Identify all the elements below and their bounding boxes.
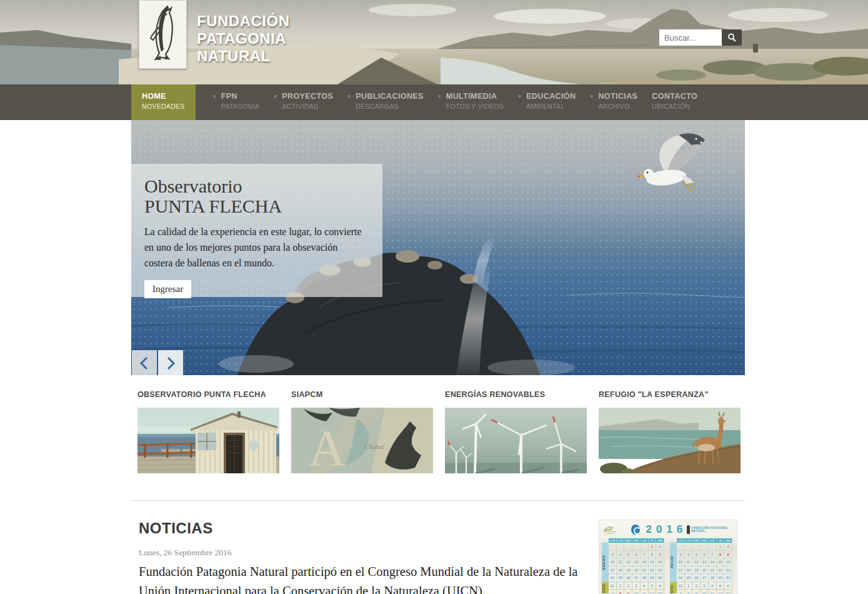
nav-item-sublabel: AMBIENTAL (526, 103, 576, 110)
calendar-column: DOMLUNMARMIEJUEVIESABJULIO12345678910111… (670, 538, 732, 594)
chevron-left-icon (137, 355, 151, 372)
nav-item-label: CONTACTO (652, 92, 697, 101)
calendar-column: DOMLUNMARMIEJUEVIESABENERO12345678910111… (602, 538, 664, 594)
chevron-down-icon: ▾ (518, 93, 526, 100)
nav-item-publicaciones[interactable]: ▾ PUBLICACIONES DESCARGAS (347, 84, 424, 120)
nav-item-educaci-n[interactable]: ▾ EDUCACIÓN AMBIENTAL (518, 84, 576, 120)
feature-card-refugio: REFUGIO "LA ESPERANZA" (599, 390, 741, 473)
page: FUNDACIÓN PATAGONIA NATURAL ▾ HOME NOVED… (0, 0, 868, 594)
penguin-logo-icon (147, 6, 179, 63)
nav-item-home[interactable]: ▾ HOME NOVEDADES (131, 84, 196, 120)
guanaco-photo[interactable] (599, 408, 741, 473)
feature-title: REFUGIO "LA ESPERANZA" (599, 390, 741, 399)
nav-item-noticias[interactable]: ▾ NOTICIAS ARCHIVO (590, 84, 637, 120)
nav-item-fpn[interactable]: ▾ FPN PATAGONIA (213, 84, 260, 120)
feature-title: OBSERVATORIO PUNTA FLECHA (137, 390, 279, 399)
calendar-swirl-logo-icon (631, 525, 639, 535)
nav-item-label: HOME (142, 92, 166, 101)
nav-item-label: NOTICIAS (598, 92, 637, 101)
main-nav-items: ▾ HOME NOVEDADES ▾ FPN PATAGONIA ▾ PROYE… (131, 84, 745, 120)
calendar-month-julio: JULIO12345678910111213141516171819202122… (670, 543, 732, 582)
site-title-line: NATURAL (197, 48, 290, 65)
calendar-grids: DOMLUNMARMIEJUEVIESABENERO12345678910111… (599, 537, 737, 594)
nav-item-label: FPN (221, 92, 237, 101)
site-header: FUNDACIÓN PATAGONIA NATURAL (0, 0, 868, 84)
features-row: OBSERVATORIO PUNTA FLECHA (131, 390, 745, 473)
calendar-fpn-logo-text: FUNDACIÓN PATAGONIA NATURAL. (691, 526, 734, 533)
site-title-line: FUNDACIÓN (197, 13, 290, 30)
slider-prev-button[interactable] (132, 350, 157, 375)
hero-title-line2: PUNTA FLECHA (144, 196, 369, 216)
site-title: FUNDACIÓN PATAGONIA NATURAL (197, 13, 290, 65)
chevron-down-icon: ▾ (213, 93, 221, 100)
observatory-photo[interactable] (137, 408, 279, 473)
calendar-left-logo-icon (602, 523, 617, 536)
hero-slider: Observatorio PUNTA FLECHA La calidad de … (131, 120, 745, 375)
nav-item-sublabel: FOTOS Y VIDEOS (446, 103, 504, 110)
calendar-fpn-logo: FUNDACIÓN PATAGONIA NATURAL. (687, 525, 734, 534)
feature-card-energias: ENERGÍAS RENOVABLES (445, 390, 587, 473)
nav-item-label: PROYECTOS (282, 92, 333, 101)
feature-title: SIAPCM (291, 390, 433, 399)
search-button[interactable] (722, 29, 742, 46)
news-section: NOTICIAS Lunes, 26 Septiembre 2016 Funda… (131, 501, 745, 594)
hero-title: Observatorio PUNTA FLECHA (144, 176, 369, 216)
calendar-month-agosto: AGOSTO311234567891011121314151617181920 (670, 582, 732, 594)
chevron-down-icon: ▾ (274, 93, 282, 100)
hero-description: La calidad de la experiencia en este lug… (144, 224, 368, 271)
ingresar-button[interactable]: Ingresar (144, 280, 191, 298)
nav-item-label: MULTIMEDIA (446, 92, 497, 101)
search-box (659, 29, 742, 46)
magnifier-icon (727, 33, 737, 43)
logo[interactable] (139, 0, 187, 69)
nav-item-sublabel: DESCARGAS (356, 103, 424, 110)
calendar-month-febrero: FEBRERO311234567891011121314151617181920 (602, 582, 664, 594)
news-headline[interactable]: Fundación Patagonia Natural participó en… (139, 562, 586, 594)
chevron-down-icon: ▾ (590, 93, 598, 100)
nav-item-multimedia[interactable]: ▾ MULTIMEDIA FOTOS Y VIDEOS (438, 84, 504, 120)
slider-next-button[interactable] (158, 350, 183, 375)
calendar-header: 2016 FUNDACIÓN PATAGONIA NATURAL. (599, 520, 737, 537)
search-input[interactable] (659, 29, 722, 46)
slider-arrows (132, 350, 183, 375)
site-title-line: PATAGONIA (197, 30, 290, 48)
nav-item-sublabel: ACTIVIDAD (282, 103, 333, 110)
hero-title-line1: Observatorio (144, 176, 369, 196)
feature-title: ENERGÍAS RENOVABLES (445, 390, 587, 399)
svg-text:A: A (309, 420, 346, 473)
feature-card-siapcm: SIAPCM A Chubut (291, 390, 433, 473)
wind-turbines-photo[interactable] (445, 408, 587, 473)
calendar-month-enero: ENERO12345678910111213141516171819202122… (602, 543, 664, 582)
nav-item-label: EDUCACIÓN (526, 92, 576, 101)
chevron-right-icon (164, 355, 177, 372)
calendar-image[interactable]: 2016 FUNDACIÓN PATAGONIA NATURAL. DOMLUN… (599, 520, 737, 594)
nav-item-proyectos[interactable]: ▾ PROYECTOS ACTIVIDAD (274, 84, 333, 120)
nav-item-sublabel: NOVEDADES (142, 103, 185, 110)
nav-item-sublabel: PATAGONIA (221, 103, 260, 110)
siapcm-collage-photo[interactable]: A Chubut (291, 408, 433, 473)
nav-item-sublabel: ARCHIVO (598, 103, 637, 110)
nav-item-label: PUBLICACIONES (356, 92, 424, 101)
calendar-year: 2016 (640, 523, 687, 536)
chevron-down-icon: ▾ (347, 93, 356, 100)
feature-card-observatorio: OBSERVATORIO PUNTA FLECHA (137, 390, 279, 473)
hero-overlay-panel: Observatorio PUNTA FLECHA La calidad de … (131, 164, 382, 297)
main-nav: ▾ HOME NOVEDADES ▾ FPN PATAGONIA ▾ PROYE… (0, 84, 868, 120)
nav-item-contacto[interactable]: ▾ CONTACTO UBICACIÓN (652, 84, 697, 120)
nav-item-sublabel: UBICACIÓN (652, 103, 697, 110)
svg-text:Chubut: Chubut (365, 443, 384, 450)
penguin-mini-icon (687, 525, 690, 534)
chevron-down-icon: ▾ (438, 93, 446, 100)
